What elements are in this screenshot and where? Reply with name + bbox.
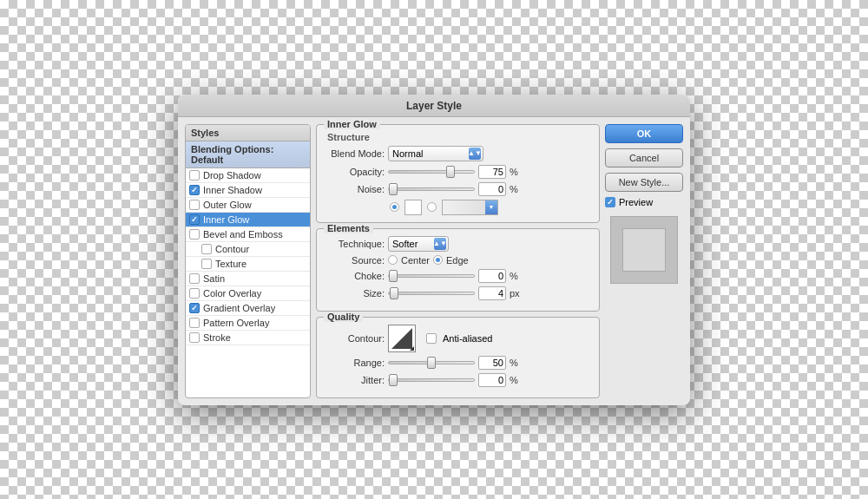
size-unit: px [510, 288, 520, 299]
sidebar-item-drop-shadow[interactable]: Drop Shadow [186, 168, 310, 183]
blend-mode-row: Blend Mode: Normal ▲▼ [324, 146, 592, 161]
choke-label: Choke: [324, 271, 385, 281]
texture-checkbox[interactable] [201, 259, 212, 269]
gradient-overlay-checkbox[interactable] [189, 303, 200, 313]
elements-section: Elements Technique: Softer ▲▼ Source: Ce… [316, 228, 600, 312]
opacity-unit: % [510, 167, 520, 177]
noise-label: Noise: [324, 184, 385, 194]
choke-slider[interactable] [388, 274, 475, 278]
technique-value: Softer [392, 239, 432, 249]
preview-checkbox[interactable]: ✓ [605, 197, 615, 207]
preview-area [610, 216, 678, 284]
sidebar-title: Styles [186, 125, 310, 141]
contour-dropdown-arrow-icon [410, 346, 414, 351]
sidebar-item-color-overlay[interactable]: Color Overlay [186, 286, 310, 301]
blend-mode-arrow-icon[interactable]: ▲▼ [469, 148, 481, 160]
noise-slider[interactable] [388, 187, 475, 191]
color-white-swatch[interactable] [404, 200, 422, 215]
range-input[interactable]: 50 [478, 356, 506, 370]
outer-glow-checkbox[interactable] [189, 200, 200, 210]
sidebar-item-satin[interactable]: Satin [186, 272, 310, 286]
sidebar-item-stroke[interactable]: Stroke [186, 331, 310, 345]
color-row: ▼ [324, 200, 592, 215]
color-type-solid-radio[interactable] [390, 202, 399, 212]
structure-subsection-label: Structure [327, 132, 592, 142]
size-row: Size: 4 px [324, 286, 592, 300]
contour-preview[interactable] [388, 325, 416, 352]
right-button-panel: OK Cancel New Style... ✓ Preview [605, 124, 683, 398]
noise-input[interactable]: 0 [478, 182, 506, 196]
technique-label: Technique: [324, 239, 385, 249]
jitter-row: Jitter: 0 % [324, 373, 592, 387]
size-input[interactable]: 4 [478, 286, 506, 300]
sidebar-item-inner-glow[interactable]: Inner Glow [186, 213, 310, 227]
new-style-button[interactable]: New Style... [605, 173, 683, 192]
opacity-input[interactable]: 75 [478, 165, 506, 179]
source-edge-radio[interactable] [433, 255, 443, 265]
quality-section: Quality Contour: Anti-aliased Range: [316, 317, 600, 398]
inner-shadow-checkbox[interactable] [189, 185, 200, 195]
source-center-radio[interactable] [388, 255, 398, 265]
size-slider[interactable] [388, 292, 475, 295]
technique-arrow-icon[interactable]: ▲▼ [434, 238, 446, 250]
inner-glow-label: Inner Glow [324, 119, 380, 129]
satin-checkbox[interactable] [189, 273, 200, 284]
color-gradient-swatch[interactable]: ▼ [442, 200, 498, 215]
source-center-label: Center [401, 255, 430, 266]
source-label: Source: [324, 255, 385, 266]
sidebar-item-texture[interactable]: Texture [186, 257, 310, 272]
pattern-overlay-checkbox[interactable] [189, 318, 200, 328]
cancel-button[interactable]: Cancel [605, 148, 683, 167]
opacity-row: Opacity: 75 % [324, 165, 592, 179]
sidebar-item-bevel-emboss[interactable]: Bevel and Emboss [186, 227, 310, 242]
main-panel: Inner Glow Structure Blend Mode: Normal … [316, 124, 600, 398]
quality-label: Quality [324, 312, 363, 322]
structure-section: Inner Glow Structure Blend Mode: Normal … [316, 124, 600, 223]
sidebar-item-gradient-overlay[interactable]: Gradient Overlay [186, 301, 310, 316]
jitter-slider[interactable] [388, 378, 475, 382]
drop-shadow-checkbox[interactable] [189, 170, 200, 181]
range-label: Range: [324, 358, 385, 368]
range-slider[interactable] [388, 361, 475, 364]
sidebar-item-pattern-overlay[interactable]: Pattern Overlay [186, 316, 310, 331]
technique-dropdown[interactable]: Softer ▲▼ [388, 236, 449, 252]
choke-row: Choke: 0 % [324, 269, 592, 283]
sidebar-item-outer-glow[interactable]: Outer Glow [186, 198, 310, 213]
contour-row: Contour: Anti-aliased [324, 325, 592, 352]
bevel-emboss-checkbox[interactable] [189, 229, 200, 240]
noise-unit: % [510, 184, 520, 194]
blend-mode-dropdown[interactable]: Normal ▲▼ [388, 146, 483, 161]
dialog-title: Layer Style [178, 95, 690, 117]
sidebar-item-contour[interactable]: Contour [186, 242, 310, 257]
sidebar-item-inner-shadow[interactable]: Inner Shadow [186, 183, 310, 198]
inner-glow-checkbox[interactable] [189, 214, 200, 225]
size-label: Size: [324, 288, 385, 299]
choke-input[interactable]: 0 [478, 269, 506, 283]
opacity-label: Opacity: [324, 167, 385, 177]
blending-options-section[interactable]: Blending Options: Default [186, 141, 310, 168]
anti-aliased-checkbox[interactable] [426, 333, 437, 344]
stroke-checkbox[interactable] [189, 332, 200, 343]
jitter-unit: % [510, 375, 520, 385]
elements-label: Elements [324, 223, 373, 233]
range-unit: % [510, 358, 520, 368]
ok-button[interactable]: OK [605, 124, 683, 143]
color-type-gradient-radio[interactable] [427, 202, 437, 212]
sidebar: Styles Blending Options: Default Drop Sh… [185, 124, 311, 398]
contour-checkbox[interactable] [201, 244, 212, 254]
preview-inner [622, 228, 666, 272]
layer-style-dialog: Layer Style Styles Blending Options: Def… [178, 95, 690, 405]
blend-mode-value: Normal [392, 148, 467, 159]
range-row: Range: 50 % [324, 356, 592, 370]
opacity-slider[interactable] [388, 170, 475, 174]
source-edge-label: Edge [446, 255, 469, 266]
preview-row: ✓ Preview [605, 197, 683, 207]
preview-label: Preview [619, 197, 653, 207]
color-overlay-checkbox[interactable] [189, 288, 200, 299]
choke-unit: % [510, 271, 520, 281]
anti-aliased-label: Anti-aliased [443, 333, 492, 344]
technique-row: Technique: Softer ▲▼ [324, 236, 592, 252]
source-row: Source: Center Edge [324, 255, 592, 266]
noise-row: Noise: 0 % [324, 182, 592, 196]
jitter-input[interactable]: 0 [478, 373, 506, 387]
